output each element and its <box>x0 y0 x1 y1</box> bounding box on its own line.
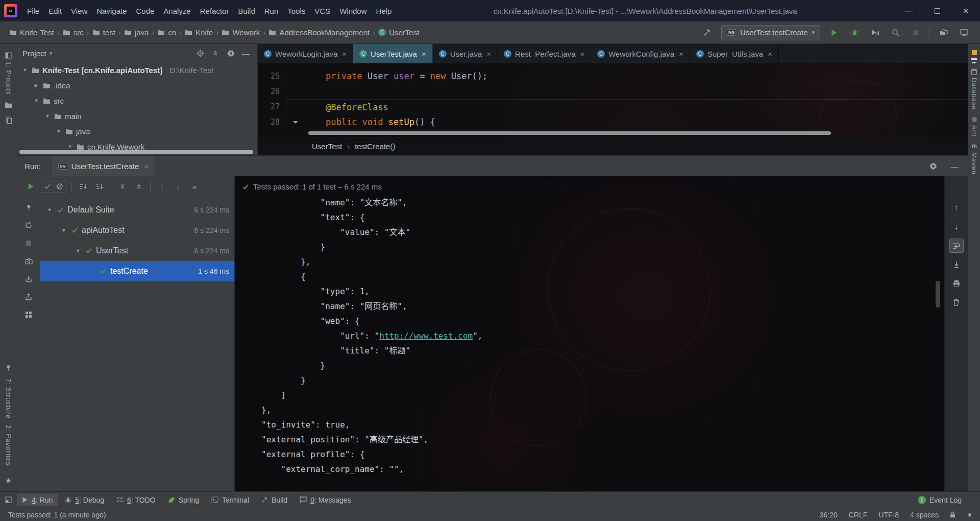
menu-edit[interactable]: Edit <box>44 5 66 17</box>
tree-expanded-icon[interactable]: ▼ <box>46 207 53 212</box>
breadcrumb-item[interactable]: Knife-Test <box>7 27 56 38</box>
menu-file[interactable]: File <box>22 5 44 17</box>
tool-window-button-messages[interactable]: 0: Messages <box>295 494 356 506</box>
notifications-bell-icon[interactable] <box>967 511 973 518</box>
project-tree-row[interactable]: ▶.idea <box>17 78 257 93</box>
presentation-mode-icon[interactable] <box>958 26 971 39</box>
print-icon[interactable] <box>949 276 964 291</box>
run-with-coverage-button[interactable] <box>868 26 881 39</box>
build-project-button[interactable] <box>701 26 714 39</box>
tree-expanded-icon[interactable]: ▼ <box>60 228 67 233</box>
menu-window[interactable]: Window <box>335 5 371 17</box>
close-window-button[interactable]: × <box>951 0 980 21</box>
test-tree-row[interactable]: ▼Default Suite6 s 224 ms <box>40 200 234 220</box>
stop-button[interactable] <box>909 26 922 39</box>
collapse-all-button[interactable] <box>209 47 222 59</box>
sort-by-duration-button[interactable] <box>93 180 106 193</box>
run-button[interactable] <box>827 26 841 39</box>
tool-button-database[interactable]: Database <box>969 65 979 113</box>
maximize-window-button[interactable] <box>923 0 951 21</box>
folder-icon[interactable] <box>5 102 12 108</box>
star-icon[interactable]: ★ <box>5 476 12 485</box>
expand-all-button[interactable] <box>116 180 129 193</box>
tool-button-favorites[interactable]: 2: Favorites <box>4 422 13 469</box>
menu-run[interactable]: Run <box>260 5 283 17</box>
search-everywhere-icon[interactable] <box>889 26 902 39</box>
breadcrumb-item[interactable]: Wework <box>219 27 262 38</box>
event-log-button[interactable]: 1 Event Log <box>918 496 975 504</box>
collapse-all-button[interactable] <box>133 180 145 193</box>
line-separator[interactable]: CRLF <box>849 511 868 519</box>
breadcrumb-item[interactable]: test <box>90 27 117 38</box>
clear-console-icon[interactable] <box>949 295 964 310</box>
menu-vcs[interactable]: VCS <box>310 5 335 17</box>
hide-panel-button[interactable]: — <box>948 160 961 172</box>
tool-button-project[interactable]: 1: Project <box>4 49 13 98</box>
breadcrumb-method[interactable]: testCreate() <box>355 142 395 151</box>
pin-icon[interactable] <box>5 364 12 371</box>
test-history-grid-icon[interactable] <box>24 310 33 319</box>
editor-tab[interactable]: CWeworkLogin.java× <box>258 44 353 63</box>
tool-window-button-spring[interactable]: Spring <box>163 494 204 506</box>
run-panel-tab[interactable]: NG UserTest.testCreate × <box>52 156 155 176</box>
editor-tab[interactable]: CSuper_Utils.java× <box>690 44 779 63</box>
menu-build[interactable]: Build <box>233 5 259 17</box>
horizontal-scrollbar[interactable] <box>308 131 831 135</box>
close-tab-icon[interactable]: × <box>486 50 491 58</box>
scroll-up-icon[interactable]: ↑ <box>949 201 964 215</box>
tool-window-button-debug[interactable]: 5: Debug <box>60 494 109 506</box>
breadcrumb-item[interactable]: AddressBookManagement <box>266 27 372 38</box>
menu-tools[interactable]: Tools <box>283 5 310 17</box>
export-test-results-icon[interactable] <box>24 292 33 301</box>
soft-wrap-toggle[interactable] <box>949 239 964 253</box>
run-configuration-selector[interactable]: NG UserTest.testCreate ▾ <box>721 25 820 40</box>
test-tree-row[interactable]: ▼UserTest6 s 224 ms <box>40 241 234 261</box>
close-tab-icon[interactable]: × <box>768 50 772 58</box>
close-tab-icon[interactable]: × <box>679 50 683 58</box>
editor-tab[interactable]: CWeworkConfig.java× <box>591 44 690 63</box>
test-tree-row[interactable]: testCreate1 s 46 ms <box>40 261 234 281</box>
previous-failed-test-button[interactable]: ↑ <box>156 180 168 193</box>
tree-collapsed-icon[interactable]: ▶ <box>33 83 40 88</box>
lock-icon[interactable] <box>950 511 955 518</box>
breadcrumb-item[interactable]: src <box>61 27 86 38</box>
debug-button[interactable] <box>848 26 861 39</box>
project-tree-row[interactable]: ▼src <box>17 93 257 108</box>
horizontal-scrollbar[interactable] <box>19 150 253 154</box>
tree-expanded-icon[interactable]: ▼ <box>21 67 29 73</box>
tool-button-structure[interactable]: 7: Structure <box>4 375 13 422</box>
breadcrumb-class[interactable]: UserTest <box>312 142 342 151</box>
test-console-output[interactable]: Tests passed: 1 of 1 test – 6 s 224 ms "… <box>235 176 944 491</box>
file-encoding[interactable]: UTF-8 <box>878 511 899 519</box>
minimize-window-button[interactable]: — <box>894 0 923 21</box>
indent-setting[interactable]: 4 spaces <box>910 511 939 519</box>
project-tree-row[interactable]: ▼Knife-Test [cn.Knife.apiAutoTest]D:\Kni… <box>17 62 257 78</box>
vertical-scrollbar[interactable] <box>936 281 940 307</box>
scroll-to-end-icon[interactable] <box>949 257 964 272</box>
project-tree-row[interactable]: ▼java <box>17 124 257 139</box>
console-url-link[interactable]: http://www.test.com <box>379 331 473 341</box>
tool-window-button-run[interactable]: 4: Run <box>17 494 58 506</box>
settings-gear-icon[interactable] <box>927 160 939 172</box>
sort-alphabetically-button[interactable] <box>77 180 89 193</box>
menu-code[interactable]: Code <box>131 5 159 17</box>
menu-analyze[interactable]: Analyze <box>159 5 195 17</box>
close-tab-icon[interactable]: × <box>422 50 426 58</box>
show-ignored-toggle[interactable] <box>54 180 66 193</box>
rerun-tests-button[interactable] <box>24 180 37 193</box>
tree-expanded-icon[interactable]: ▼ <box>66 144 74 149</box>
project-tree-row[interactable]: ▼main <box>17 108 257 124</box>
breadcrumb-item[interactable]: cn <box>155 27 178 38</box>
next-failed-test-button[interactable]: ↓ <box>172 180 184 193</box>
editor-tab[interactable]: CUserTest.java× <box>353 44 433 63</box>
scroll-down-icon[interactable]: ↓ <box>949 220 964 234</box>
show-passed-toggle[interactable] <box>41 180 54 193</box>
tool-window-button-build[interactable]: Build <box>256 494 292 506</box>
menu-navigate[interactable]: Navigate <box>92 5 131 17</box>
rerun-icon[interactable] <box>24 221 33 230</box>
tool-window-button-todo[interactable]: 6: TODO <box>111 494 161 506</box>
breadcrumb-item[interactable]: java <box>122 27 151 38</box>
tool-window-switcher-icon[interactable] <box>5 496 12 503</box>
tree-expanded-icon[interactable]: ▼ <box>75 248 82 253</box>
chevron-down-icon[interactable]: ▾ <box>50 50 53 57</box>
